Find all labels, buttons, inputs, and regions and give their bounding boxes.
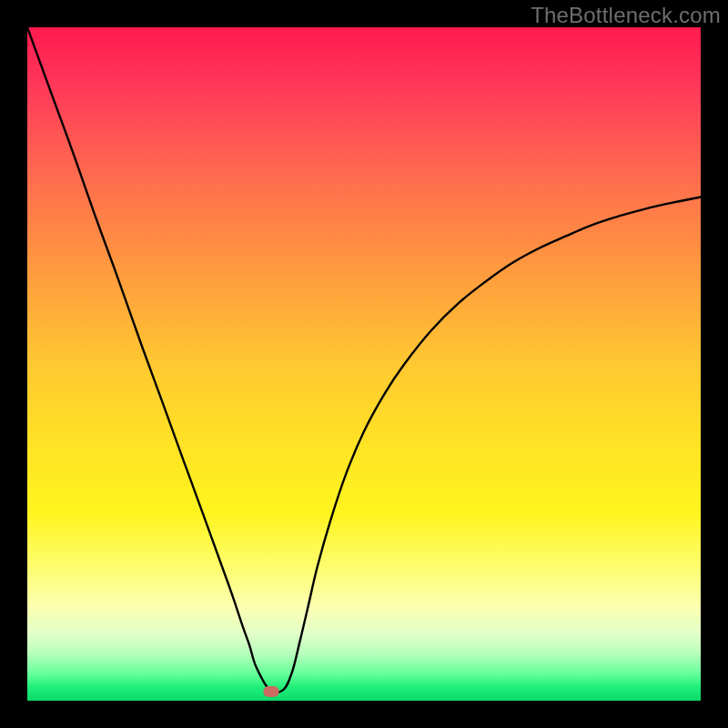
bottleneck-curve [27,27,701,701]
optimal-point-marker [263,686,278,697]
chart-frame: TheBottleneck.com [0,0,728,728]
watermark-text: TheBottleneck.com [531,3,721,28]
